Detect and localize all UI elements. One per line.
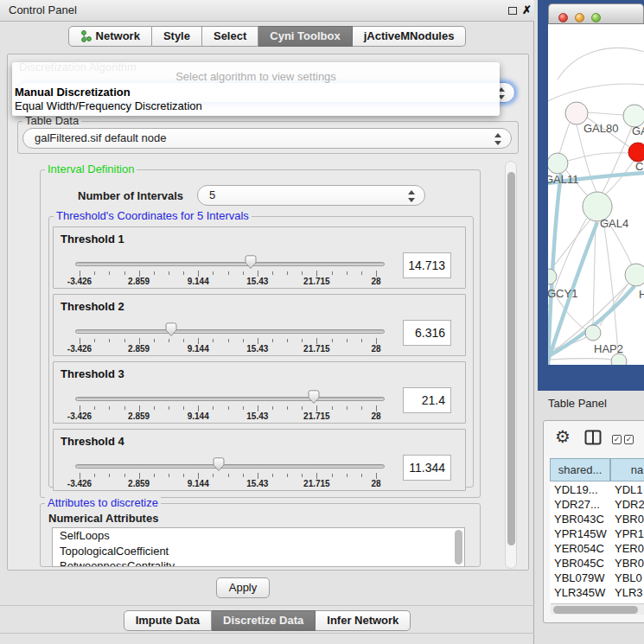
table-row[interactable]: YDL19...YDL1 — [550, 482, 644, 497]
attribute-item[interactable]: TopologicalCoefficient — [53, 544, 464, 559]
control-panel: Control Panel ✗ NetworkStyleSelectCyni T… — [0, 0, 534, 644]
tick-label: 9.144 — [179, 344, 217, 354]
close-traffic-light-icon[interactable] — [558, 13, 568, 22]
split-columns-icon[interactable] — [584, 430, 602, 445]
column-header-shared-name[interactable]: shared... — [550, 458, 610, 481]
tick-mark — [347, 474, 348, 477]
tick-label: 2.859 — [120, 277, 158, 286]
apply-button[interactable]: Apply — [216, 577, 270, 598]
slider-thumb[interactable] — [212, 456, 226, 475]
tick-mark — [376, 405, 377, 411]
tab-select[interactable]: Select — [202, 26, 258, 47]
slider-thumb[interactable] — [164, 322, 178, 340]
node-unlabeled[interactable] — [611, 354, 627, 365]
checked-box-icon[interactable]: ✓ — [624, 435, 634, 444]
popup-item-2[interactable]: Equal Width/Frequency Discretization — [15, 99, 202, 112]
tab-impute-data[interactable]: Impute Data — [124, 610, 212, 631]
table-data-value: galFiltered.sif default node — [35, 131, 166, 144]
edge[interactable] — [548, 358, 612, 360]
minimize-traffic-light-icon[interactable] — [575, 13, 584, 22]
tick-mark — [169, 271, 169, 275]
tick-label: 21.715 — [297, 479, 335, 488]
threshold-label: Threshold 2 — [61, 300, 124, 313]
table-row[interactable]: YBL079WYBL0 — [550, 571, 644, 585]
node-attribute-table[interactable]: shared... na YDL19...YDL1YDR27...YDR2YBR… — [550, 458, 644, 604]
panel-scrollbar-thumb[interactable] — [507, 172, 515, 545]
edge[interactable] — [602, 127, 632, 194]
tick-mark — [139, 405, 140, 411]
node-C[interactable] — [628, 143, 644, 162]
tick-mark — [228, 406, 229, 410]
table-data-combobox[interactable]: galFiltered.sif default node — [22, 128, 512, 149]
settings-gear-icon[interactable]: ⚙ — [555, 426, 571, 447]
edge[interactable] — [548, 84, 644, 108]
edge[interactable] — [559, 123, 570, 154]
list-scrollbar-thumb[interactable] — [455, 530, 462, 564]
number-of-intervals-combobox[interactable]: 5 — [197, 185, 425, 206]
table-row[interactable]: YLR345WYLR3 — [550, 585, 644, 600]
threshold-label: Threshold 4 — [61, 435, 124, 448]
threshold-value-field[interactable]: 11.344 — [403, 455, 451, 481]
attribute-item[interactable]: BetweennessCentrality — [53, 558, 464, 567]
tick-mark — [80, 271, 80, 277]
tick-mark — [109, 406, 110, 410]
float-window-icon[interactable] — [508, 7, 517, 15]
threshold-value-field[interactable]: 14.713 — [403, 252, 451, 278]
close-icon[interactable]: ✗ — [522, 3, 532, 16]
tab-jactivemnodules[interactable]: jActiveMNodules — [353, 26, 467, 47]
slider-thumb[interactable] — [244, 254, 258, 272]
slider-track[interactable] — [75, 329, 385, 334]
tick-label: 15.43 — [239, 411, 277, 421]
tick-mark — [109, 339, 110, 342]
edge[interactable] — [588, 112, 623, 115]
column-header-name[interactable]: na — [610, 458, 644, 481]
tick-mark — [316, 473, 317, 479]
table-row[interactable]: YER054CYER0 — [550, 541, 644, 556]
tick-mark — [228, 339, 229, 342]
slider-track[interactable] — [75, 397, 385, 401]
tick-mark — [347, 271, 348, 275]
network-graph: GAL80GACGAL11GAL4GCY1HHAP2 — [548, 24, 644, 365]
threshold-value-field[interactable]: 6.316 — [403, 320, 451, 346]
tab-discretize-data[interactable]: Discretize Data — [212, 610, 316, 631]
edge[interactable] — [603, 161, 634, 196]
tick-mark — [272, 339, 273, 342]
threshold-box-3: Threshold 3-3.4262.8599.14415.4321.71528… — [53, 361, 466, 424]
popup-item-1[interactable]: Manual Discretization — [15, 86, 131, 99]
edge[interactable] — [558, 48, 644, 80]
table-row[interactable]: YBR045CYBR0 — [550, 556, 644, 571]
table-row[interactable]: YPR145WYPR1 — [550, 526, 644, 541]
tick-mark — [287, 406, 288, 410]
tick-mark — [258, 473, 258, 479]
node-HAP2[interactable] — [585, 325, 601, 341]
tick-mark — [213, 339, 214, 342]
network-canvas[interactable]: GAL80GACGAL11GAL4GCY1HHAP2 — [548, 24, 644, 365]
panel-scrollbar[interactable] — [505, 161, 517, 569]
table-horizontal-scrollbar[interactable] — [551, 603, 644, 615]
attribute-item[interactable]: SelfLoops — [53, 528, 464, 544]
zoom-traffic-light-icon[interactable] — [591, 13, 601, 22]
node-GAL11[interactable] — [548, 153, 568, 174]
tick-mark — [243, 339, 244, 342]
numerical-attributes-list[interactable]: SelfLoopsTopologicalCoefficientBetweenne… — [52, 527, 465, 567]
numerical-attributes-label: Numerical Attributes — [48, 512, 158, 525]
tick-label: 9.144 — [179, 277, 217, 286]
threshold-value-field[interactable]: 21.4 — [403, 387, 451, 413]
node-GCY1[interactable] — [548, 269, 557, 284]
table-row[interactable]: YBR043CYBR0 — [550, 512, 644, 526]
tab-cyni-toolbox[interactable]: Cyni Toolbox — [258, 26, 352, 47]
tab-infer-network[interactable]: Infer Network — [316, 610, 411, 631]
tick-mark — [361, 339, 362, 342]
tab-network[interactable]: Network — [68, 26, 152, 47]
slider-track[interactable] — [75, 262, 385, 266]
tick-mark — [169, 406, 169, 410]
edge[interactable] — [603, 220, 618, 354]
table-scrollbar-thumb[interactable] — [553, 606, 638, 614]
tab-style[interactable]: Style — [152, 26, 202, 47]
node-label: GAL4 — [600, 217, 628, 230]
slider-thumb[interactable] — [307, 389, 321, 407]
slider-track[interactable] — [75, 464, 385, 469]
table-row[interactable]: YDR27...YDR2 — [550, 497, 644, 512]
node-H[interactable] — [625, 264, 644, 286]
checked-box-icon[interactable]: ✓ — [612, 435, 622, 444]
